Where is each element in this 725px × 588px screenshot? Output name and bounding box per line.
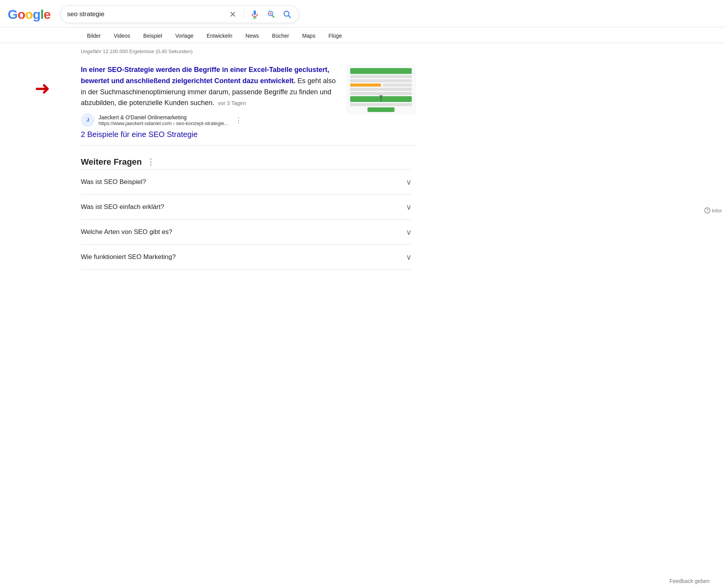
svg-rect-13 <box>350 68 412 74</box>
info-icon: ? <box>704 207 710 214</box>
tab-buecher[interactable]: Bücher <box>266 29 295 43</box>
svg-rect-18 <box>350 88 412 91</box>
svg-rect-17 <box>383 84 412 87</box>
result-snippet: In einer SEO-Strategie werden die Begrif… <box>81 64 339 109</box>
fq-question-1: Was ist SEO Beispiel? <box>81 178 146 186</box>
fq-title: Weitere Fragen <box>81 157 142 167</box>
search-bar: seo strategie <box>60 5 299 23</box>
results-area: Ungefähr 12.100.000 Ergebnisse (0,40 Sek… <box>0 43 423 270</box>
svg-line-7 <box>272 16 274 18</box>
mic-icon <box>250 10 259 19</box>
svg-rect-2 <box>254 10 256 15</box>
svg-rect-24 <box>381 98 381 102</box>
result-text-area: In einer SEO-Strategie werden die Begrif… <box>81 64 339 139</box>
fq-chevron-1: ∨ <box>406 177 412 187</box>
fq-question-4: Wie funktioniert SEO Marketing? <box>81 253 176 261</box>
further-questions: Weitere Fragen ⋮ Was ist SEO Beispiel? ∨… <box>81 145 416 270</box>
svg-rect-19 <box>350 92 412 95</box>
info-label: Infor <box>712 208 722 214</box>
svg-text:?: ? <box>706 209 708 213</box>
fq-chevron-4: ∨ <box>406 252 412 262</box>
result-thumbnail <box>346 64 416 114</box>
search-input[interactable]: seo strategie <box>67 10 223 18</box>
snippet-highlight: In einer SEO-Strategie werden die Begrif… <box>81 66 329 85</box>
fq-item-1[interactable]: Was ist SEO Beispiel? ∨ <box>81 169 412 194</box>
fq-chevron-3: ∨ <box>406 227 412 237</box>
fq-header: Weitere Fragen ⋮ <box>81 157 416 167</box>
tab-bilder[interactable]: Bilder <box>81 29 107 43</box>
svg-rect-15 <box>350 79 412 82</box>
result-source: J Jaeckert & O'Daniel Onlinemarketing ht… <box>81 113 339 127</box>
result-link[interactable]: 2 Beispiele für eine SEO Strategie <box>81 130 339 139</box>
svg-rect-14 <box>350 75 412 78</box>
close-icon <box>229 10 237 18</box>
svg-rect-22 <box>368 107 394 112</box>
result-card: ➜ In einer SEO-Strategie werden die Begr… <box>81 58 416 145</box>
tab-entwickeln[interactable]: Entwickeln <box>200 29 239 43</box>
search-icon <box>282 10 292 19</box>
results-count: Ungefähr 12.100.000 Ergebnisse (0,40 Sek… <box>81 43 416 58</box>
fq-question-3: Welche Arten von SEO gibt es? <box>81 228 172 236</box>
fq-item-2[interactable]: Was ist SEO einfach erklärt? ∨ <box>81 194 412 219</box>
source-name: Jaeckert & O'Daniel Onlinemarketing <box>99 114 228 120</box>
lens-button[interactable] <box>266 9 276 20</box>
fq-chevron-2: ∨ <box>406 202 412 212</box>
info-badge: ? Infor <box>701 206 725 215</box>
fq-item-3[interactable]: Welche Arten von SEO gibt es? ∨ <box>81 219 412 244</box>
tab-videos[interactable]: Videos <box>108 29 137 43</box>
search-button[interactable] <box>282 9 292 20</box>
svg-rect-21 <box>350 103 412 106</box>
divider <box>244 10 244 19</box>
thumbnail-image <box>346 64 416 114</box>
search-icons <box>227 9 292 20</box>
svg-line-9 <box>289 16 291 18</box>
lens-icon <box>266 10 276 19</box>
source-info: Jaeckert & O'Daniel Onlinemarketing http… <box>99 114 228 126</box>
tab-beispiel[interactable]: Beispiel <box>137 29 168 43</box>
tab-vorlage[interactable]: Vorlage <box>169 29 199 43</box>
source-more-button[interactable]: ⋮ <box>235 116 242 124</box>
result-date: vor 3 Tagen <box>218 100 246 106</box>
clear-button[interactable] <box>227 9 238 20</box>
tab-fluege[interactable]: Flüge <box>322 29 348 43</box>
source-logo-icon: J <box>84 116 92 124</box>
mic-button[interactable] <box>249 9 260 20</box>
svg-point-6 <box>269 12 272 15</box>
svg-rect-16 <box>350 84 381 87</box>
tab-maps[interactable]: Maps <box>296 29 321 43</box>
svg-text:J: J <box>86 117 89 123</box>
source-favicon: J <box>81 113 95 127</box>
header: Google seo strategie <box>0 0 725 27</box>
tab-news[interactable]: News <box>239 29 265 43</box>
red-arrow: ➜ <box>35 77 50 99</box>
fq-more-button[interactable]: ⋮ <box>147 157 155 167</box>
fq-item-4[interactable]: Wie funktioniert SEO Marketing? ∨ <box>81 244 412 270</box>
source-url: https://www.jaeckert-odaniel.com › seo-k… <box>99 120 228 126</box>
search-tabs: Bilder Videos Beispiel Vorlage Entwickel… <box>0 27 725 43</box>
google-logo[interactable]: Google <box>8 7 50 22</box>
fq-question-2: Was ist SEO einfach erklärt? <box>81 203 164 211</box>
